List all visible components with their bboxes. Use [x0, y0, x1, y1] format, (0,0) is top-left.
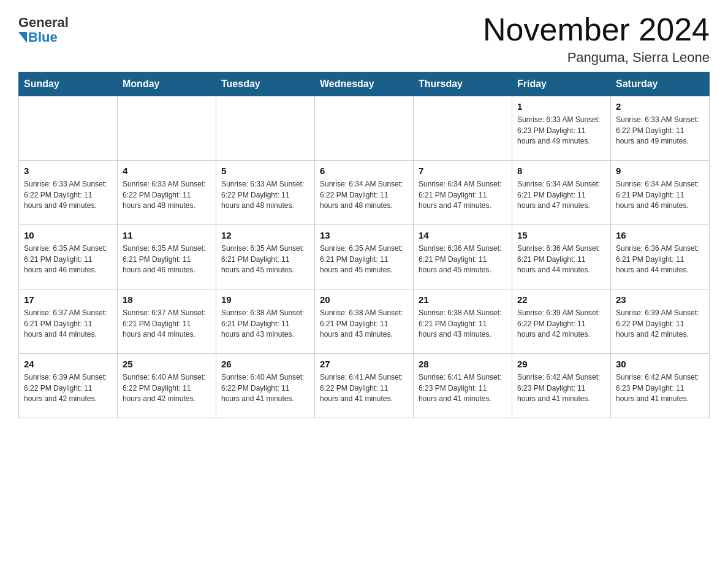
calendar-cell: 11Sunrise: 6:35 AM Sunset: 6:21 PM Dayli…	[118, 225, 216, 289]
day-number: 4	[123, 164, 211, 177]
day-info: Sunrise: 6:42 AM Sunset: 6:23 PM Dayligh…	[616, 372, 704, 404]
calendar-cell	[414, 96, 512, 161]
calendar-table: SundayMondayTuesdayWednesdayThursdayFrid…	[18, 72, 710, 418]
week-row-5: 24Sunrise: 6:39 AM Sunset: 6:22 PM Dayli…	[19, 354, 710, 418]
calendar-cell: 26Sunrise: 6:40 AM Sunset: 6:22 PM Dayli…	[216, 354, 315, 418]
day-number: 18	[123, 293, 211, 306]
calendar-header-friday: Friday	[512, 72, 611, 96]
day-number: 8	[517, 164, 605, 177]
day-info: Sunrise: 6:34 AM Sunset: 6:22 PM Dayligh…	[320, 179, 408, 211]
calendar-cell: 6Sunrise: 6:34 AM Sunset: 6:22 PM Daylig…	[315, 161, 414, 225]
day-info: Sunrise: 6:35 AM Sunset: 6:21 PM Dayligh…	[123, 243, 211, 275]
calendar-cell: 10Sunrise: 6:35 AM Sunset: 6:21 PM Dayli…	[19, 225, 118, 289]
calendar-header-wednesday: Wednesday	[315, 72, 414, 96]
day-number: 5	[221, 164, 309, 177]
week-row-3: 10Sunrise: 6:35 AM Sunset: 6:21 PM Dayli…	[19, 225, 710, 289]
calendar-cell: 4Sunrise: 6:33 AM Sunset: 6:22 PM Daylig…	[118, 161, 216, 225]
calendar-header-monday: Monday	[118, 72, 216, 96]
day-info: Sunrise: 6:39 AM Sunset: 6:22 PM Dayligh…	[517, 308, 605, 340]
day-info: Sunrise: 6:37 AM Sunset: 6:21 PM Dayligh…	[24, 308, 112, 340]
calendar-header-saturday: Saturday	[611, 72, 710, 96]
day-info: Sunrise: 6:38 AM Sunset: 6:21 PM Dayligh…	[419, 308, 507, 340]
calendar-header-sunday: Sunday	[19, 72, 118, 96]
day-number: 21	[419, 293, 507, 306]
calendar-header-thursday: Thursday	[414, 72, 512, 96]
calendar-cell: 8Sunrise: 6:34 AM Sunset: 6:21 PM Daylig…	[512, 161, 611, 225]
logo-blue-text: Blue	[18, 30, 58, 45]
day-info: Sunrise: 6:35 AM Sunset: 6:21 PM Dayligh…	[221, 243, 309, 275]
calendar-cell: 17Sunrise: 6:37 AM Sunset: 6:21 PM Dayli…	[19, 289, 118, 354]
calendar-cell: 1Sunrise: 6:33 AM Sunset: 6:23 PM Daylig…	[512, 96, 611, 161]
day-info: Sunrise: 6:33 AM Sunset: 6:22 PM Dayligh…	[24, 179, 112, 211]
day-info: Sunrise: 6:35 AM Sunset: 6:21 PM Dayligh…	[320, 243, 408, 275]
day-info: Sunrise: 6:35 AM Sunset: 6:21 PM Dayligh…	[24, 243, 112, 275]
calendar-cell: 27Sunrise: 6:41 AM Sunset: 6:22 PM Dayli…	[315, 354, 414, 418]
calendar-header-tuesday: Tuesday	[216, 72, 315, 96]
logo-general-text: General	[18, 15, 69, 30]
day-number: 14	[419, 229, 507, 242]
day-info: Sunrise: 6:33 AM Sunset: 6:22 PM Dayligh…	[616, 115, 704, 147]
calendar-cell: 19Sunrise: 6:38 AM Sunset: 6:21 PM Dayli…	[216, 289, 315, 354]
calendar-cell: 24Sunrise: 6:39 AM Sunset: 6:22 PM Dayli…	[19, 354, 118, 418]
calendar-cell: 16Sunrise: 6:36 AM Sunset: 6:21 PM Dayli…	[611, 225, 710, 289]
day-number: 26	[221, 358, 309, 370]
day-number: 2	[616, 100, 704, 113]
day-info: Sunrise: 6:36 AM Sunset: 6:21 PM Dayligh…	[616, 243, 704, 275]
day-number: 27	[320, 358, 408, 370]
day-info: Sunrise: 6:37 AM Sunset: 6:21 PM Dayligh…	[123, 308, 211, 340]
calendar-cell: 14Sunrise: 6:36 AM Sunset: 6:21 PM Dayli…	[414, 225, 512, 289]
day-number: 11	[123, 229, 211, 242]
calendar-cell: 18Sunrise: 6:37 AM Sunset: 6:21 PM Dayli…	[118, 289, 216, 354]
calendar-cell	[216, 96, 315, 161]
day-number: 7	[419, 164, 507, 177]
day-number: 12	[221, 229, 309, 242]
day-info: Sunrise: 6:42 AM Sunset: 6:23 PM Dayligh…	[517, 372, 605, 404]
day-number: 22	[517, 293, 605, 306]
calendar-cell: 23Sunrise: 6:39 AM Sunset: 6:22 PM Dayli…	[611, 289, 710, 354]
calendar-cell: 30Sunrise: 6:42 AM Sunset: 6:23 PM Dayli…	[611, 354, 710, 418]
calendar-cell	[118, 96, 216, 161]
day-info: Sunrise: 6:40 AM Sunset: 6:22 PM Dayligh…	[123, 372, 211, 404]
day-number: 3	[24, 164, 112, 177]
calendar-cell: 15Sunrise: 6:36 AM Sunset: 6:21 PM Dayli…	[512, 225, 611, 289]
week-row-1: 1Sunrise: 6:33 AM Sunset: 6:23 PM Daylig…	[19, 96, 710, 161]
day-info: Sunrise: 6:41 AM Sunset: 6:22 PM Dayligh…	[320, 372, 408, 404]
day-info: Sunrise: 6:38 AM Sunset: 6:21 PM Dayligh…	[221, 308, 309, 340]
calendar-cell: 20Sunrise: 6:38 AM Sunset: 6:21 PM Dayli…	[315, 289, 414, 354]
day-info: Sunrise: 6:34 AM Sunset: 6:21 PM Dayligh…	[517, 179, 605, 211]
day-info: Sunrise: 6:33 AM Sunset: 6:22 PM Dayligh…	[123, 179, 211, 211]
day-number: 28	[419, 358, 507, 370]
day-number: 29	[517, 358, 605, 370]
day-number: 9	[616, 164, 704, 177]
day-info: Sunrise: 6:33 AM Sunset: 6:23 PM Dayligh…	[517, 115, 605, 147]
calendar-cell: 5Sunrise: 6:33 AM Sunset: 6:22 PM Daylig…	[216, 161, 315, 225]
calendar-cell: 7Sunrise: 6:34 AM Sunset: 6:21 PM Daylig…	[414, 161, 512, 225]
day-number: 23	[616, 293, 704, 306]
day-number: 13	[320, 229, 408, 242]
logo-triangle-icon	[18, 32, 27, 43]
calendar-cell: 2Sunrise: 6:33 AM Sunset: 6:22 PM Daylig…	[611, 96, 710, 161]
day-number: 19	[221, 293, 309, 306]
day-number: 24	[24, 358, 112, 370]
day-info: Sunrise: 6:38 AM Sunset: 6:21 PM Dayligh…	[320, 308, 408, 340]
day-info: Sunrise: 6:39 AM Sunset: 6:22 PM Dayligh…	[616, 308, 704, 340]
day-number: 6	[320, 164, 408, 177]
calendar-cell	[19, 96, 118, 161]
page-header: General Blue November 2024 Panguma, Sier…	[18, 12, 710, 66]
day-number: 17	[24, 293, 112, 306]
day-info: Sunrise: 6:34 AM Sunset: 6:21 PM Dayligh…	[419, 179, 507, 211]
calendar-cell: 21Sunrise: 6:38 AM Sunset: 6:21 PM Dayli…	[414, 289, 512, 354]
day-info: Sunrise: 6:41 AM Sunset: 6:23 PM Dayligh…	[419, 372, 507, 404]
calendar-cell: 28Sunrise: 6:41 AM Sunset: 6:23 PM Dayli…	[414, 354, 512, 418]
calendar-cell: 9Sunrise: 6:34 AM Sunset: 6:21 PM Daylig…	[611, 161, 710, 225]
calendar-cell: 12Sunrise: 6:35 AM Sunset: 6:21 PM Dayli…	[216, 225, 315, 289]
day-number: 30	[616, 358, 704, 370]
day-info: Sunrise: 6:36 AM Sunset: 6:21 PM Dayligh…	[419, 243, 507, 275]
month-title: November 2024	[483, 12, 710, 47]
calendar-cell: 25Sunrise: 6:40 AM Sunset: 6:22 PM Dayli…	[118, 354, 216, 418]
title-block: November 2024 Panguma, Sierra Leone	[483, 12, 710, 66]
day-number: 1	[517, 100, 605, 113]
day-info: Sunrise: 6:33 AM Sunset: 6:22 PM Dayligh…	[221, 179, 309, 211]
day-info: Sunrise: 6:34 AM Sunset: 6:21 PM Dayligh…	[616, 179, 704, 211]
day-number: 20	[320, 293, 408, 306]
